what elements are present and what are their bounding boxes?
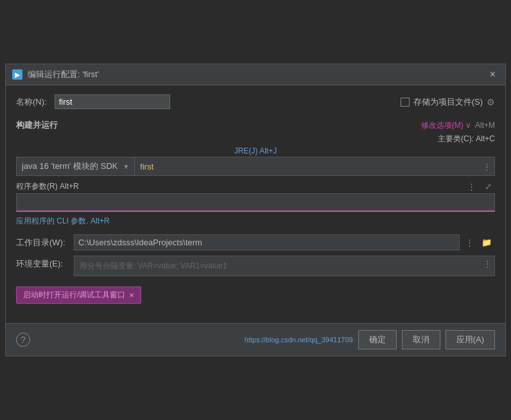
name-left: 名称(N): [16, 94, 170, 109]
gear-icon[interactable]: ⚙ [487, 97, 495, 107]
modify-options-link[interactable]: 修改选项(M) ∨ [421, 120, 471, 131]
main-class-shortcut-row: 主要类(C): Alt+C [16, 134, 495, 144]
sdk-select-text: java 16 'term' 模块的 SDK [22, 161, 117, 172]
args-input[interactable] [17, 194, 494, 210]
env-input-area[interactable]: 用分号分隔变量: VAR=value; VAR1=value1 ⋮ [74, 256, 495, 276]
program-args-copy-btn[interactable]: ⋮ [464, 180, 479, 193]
prog-args-right: ⋮ ⤢ [464, 180, 495, 193]
save-to-project-checkbox[interactable] [401, 98, 410, 107]
footer-right: https://blog.csdn.net/qq_39411709 确定 取消 … [245, 330, 495, 349]
build-run-header: 构建并运行 修改选项(M) ∨ Alt+M [16, 119, 495, 131]
main-class-shortcut: 主要类(C): Alt+C [438, 134, 495, 144]
tag-row: 启动时打开运行/调试工具窗口 × [16, 286, 495, 304]
workdir-label: 工作目录(W): [16, 237, 74, 249]
dialog: ▶ 编辑运行配置: 'first' × 名称(N): 存储为项目文件(S) ⚙ … [5, 64, 506, 356]
main-class-input[interactable] [135, 159, 480, 175]
app-icon: ▶ [12, 69, 22, 80]
apply-button[interactable]: 应用(A) [446, 330, 495, 349]
workdir-browse-btn[interactable]: 📁 [478, 236, 495, 249]
close-button[interactable]: × [487, 68, 499, 81]
ok-button[interactable]: 确定 [358, 330, 397, 349]
title-bar: ▶ 编辑运行配置: 'first' × [6, 64, 505, 85]
save-to-project-checkbox-container: 存储为项目文件(S) [401, 96, 483, 108]
env-row: 环境变量(E): 用分号分隔变量: VAR=value; VAR1=value1… [16, 256, 495, 276]
modify-shortcut: Alt+M [475, 121, 495, 130]
dialog-footer: ? https://blog.csdn.net/qq_39411709 确定 取… [6, 323, 505, 356]
program-args-row: 程序参数(R) Alt+R ⋮ ⤢ [16, 180, 495, 193]
cancel-button[interactable]: 取消 [402, 330, 440, 349]
tag-label: 启动时打开运行/调试工具窗口 [23, 290, 125, 301]
env-icon[interactable]: ⋮ [483, 259, 492, 268]
workdir-row: 工作目录(W): ⋮ 📁 [16, 234, 495, 250]
dialog-body: 名称(N): 存储为项目文件(S) ⚙ 构建并运行 修改选项(M) ∨ Alt+… [6, 85, 505, 323]
sdk-select[interactable]: java 16 'term' 模块的 SDK ▼ [17, 157, 135, 175]
tag-pill: 启动时打开运行/调试工具窗口 × [16, 286, 141, 304]
args-input-row [16, 193, 495, 211]
env-label: 环境变量(E): [16, 256, 74, 270]
name-row: 名称(N): 存储为项目文件(S) ⚙ [16, 94, 495, 109]
cli-hint[interactable]: 应用程序的 CLI 参数. Alt+R [16, 216, 495, 227]
name-input[interactable] [55, 94, 170, 109]
chevron-down-icon: ▼ [123, 163, 129, 170]
program-args-label: 程序参数(R) Alt+R [16, 181, 79, 192]
help-button[interactable]: ? [16, 333, 30, 347]
name-label: 名称(N): [16, 96, 47, 108]
jre-row: JRE(J) Alt+J [16, 146, 495, 155]
workdir-input[interactable] [74, 234, 460, 250]
tag-close-btn[interactable]: × [129, 290, 134, 300]
title-bar-left: ▶ 编辑运行配置: 'first' [12, 69, 99, 80]
modify-options-row: 修改选项(M) ∨ Alt+M [421, 120, 495, 131]
main-class-browse-btn[interactable]: ⋮ [480, 160, 494, 173]
build-run-title: 构建并运行 [16, 119, 58, 131]
workdir-copy-btn[interactable]: ⋮ [462, 236, 477, 249]
env-placeholder: 用分号分隔变量: VAR=value; VAR1=value1 [74, 258, 232, 274]
program-args-expand-btn[interactable]: ⤢ [481, 180, 495, 193]
pink-divider [16, 211, 495, 212]
name-right: 存储为项目文件(S) ⚙ [401, 96, 495, 108]
dialog-title: 编辑运行配置: 'first' [28, 69, 99, 80]
sdk-row: java 16 'term' 模块的 SDK ▼ ⋮ [16, 157, 495, 176]
jre-link[interactable]: JRE(J) Alt+J [234, 146, 277, 155]
url-hint: https://blog.csdn.net/qq_39411709 [245, 336, 353, 344]
save-to-project-label: 存储为项目文件(S) [413, 96, 483, 108]
workdir-icons: ⋮ 📁 [462, 236, 495, 249]
